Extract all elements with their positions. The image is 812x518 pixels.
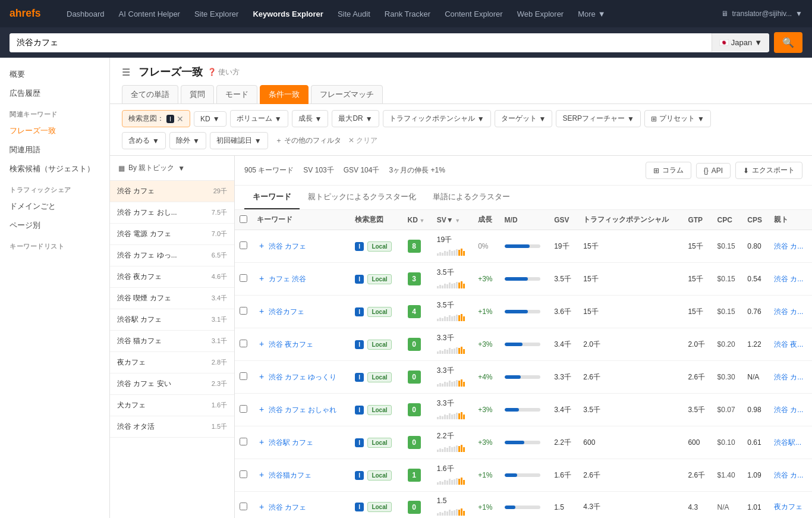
row-checkbox[interactable] bbox=[235, 328, 252, 361]
cluster-item-9[interactable]: 渋谷 カフェ 安い 2.3千 bbox=[110, 373, 234, 395]
cluster-item-3[interactable]: 渋谷 カフェ ゆっ... 6.5千 bbox=[110, 245, 234, 266]
filter-max-dr[interactable]: 最大DR ▼ bbox=[332, 110, 379, 127]
add-keyword-icon[interactable]: + bbox=[257, 404, 266, 414]
keyword-link[interactable]: 渋谷 カフェ bbox=[269, 503, 306, 511]
nav-ai-content[interactable]: AI Content Helper bbox=[113, 7, 186, 21]
row-checkbox[interactable] bbox=[235, 426, 252, 459]
cluster-item-1[interactable]: 渋谷 カフェ おし... 7.5千 bbox=[110, 202, 234, 224]
row-parent[interactable]: 夜カフェ bbox=[769, 492, 812, 519]
cluster-item-2[interactable]: 渋谷 電源 カフェ 7.0千 bbox=[110, 224, 234, 245]
row-parent[interactable]: 渋谷 カ... bbox=[769, 361, 812, 394]
filter-serp[interactable]: SERPフィーチャー ▼ bbox=[556, 110, 641, 127]
filter-kd[interactable]: KD ▼ bbox=[194, 111, 226, 127]
col-sv[interactable]: SV▼ bbox=[432, 210, 473, 230]
filter-traffic[interactable]: トラフィックポテンシャル ▼ bbox=[383, 110, 491, 127]
filter-include[interactable]: 含める ▼ bbox=[122, 132, 166, 149]
keyword-link[interactable]: 渋谷駅 カフェ bbox=[269, 438, 313, 447]
add-keyword-icon[interactable]: + bbox=[257, 339, 266, 349]
cluster-item-11[interactable]: 渋谷 オタ活 1.5千 bbox=[110, 416, 234, 438]
search-button[interactable]: 🔍 bbox=[774, 32, 802, 53]
cluster-item-4[interactable]: 渋谷 夜カフェ 4.6千 bbox=[110, 266, 234, 288]
tab-all-words[interactable]: 全ての単語 bbox=[122, 85, 178, 104]
logo[interactable]: ahrefs bbox=[10, 6, 51, 22]
sidebar-item-related-terms[interactable]: 関連用語 bbox=[0, 140, 109, 159]
row-parent[interactable]: 渋谷 夜... bbox=[769, 328, 812, 361]
nav-dashboard[interactable]: Dashboard bbox=[61, 7, 111, 21]
tab-phrase-match[interactable]: フレーズマッチ bbox=[311, 85, 383, 104]
add-keyword-icon[interactable]: + bbox=[257, 437, 266, 447]
table-tab-keywords[interactable]: キーワード bbox=[244, 186, 300, 209]
add-keyword-icon[interactable]: + bbox=[257, 274, 266, 283]
filter-volume[interactable]: ボリューム ▼ bbox=[230, 110, 288, 127]
api-button[interactable]: {} API bbox=[696, 163, 731, 178]
row-parent[interactable]: 渋谷 カ... bbox=[769, 459, 812, 492]
keyword-link[interactable]: 渋谷カフェ bbox=[269, 307, 304, 316]
sidebar-item-ad-history[interactable]: 広告履歴 bbox=[0, 84, 109, 103]
search-input[interactable] bbox=[10, 33, 712, 52]
table-tab-word-cluster[interactable]: 単語によるクラスター bbox=[424, 186, 518, 209]
cluster-item-10[interactable]: 犬カフェ 1.6千 bbox=[110, 395, 234, 416]
filter-more-button[interactable]: ＋ その他のフィルタ bbox=[272, 133, 345, 149]
row-checkbox[interactable] bbox=[235, 230, 252, 263]
filter-intent[interactable]: 検索意図： I ✕ bbox=[122, 110, 190, 127]
row-checkbox[interactable] bbox=[235, 263, 252, 296]
cluster-item-7[interactable]: 渋谷 猫カフェ 3.1千 bbox=[110, 331, 234, 352]
row-checkbox[interactable] bbox=[235, 296, 252, 328]
filter-first-seen[interactable]: 初回確認日 ▼ bbox=[210, 132, 268, 149]
keyword-link[interactable]: カフェ 渋谷 bbox=[269, 275, 306, 283]
select-all-checkbox[interactable] bbox=[240, 215, 247, 223]
add-keyword-icon[interactable]: + bbox=[257, 306, 266, 316]
filter-growth[interactable]: 成長 ▼ bbox=[292, 110, 329, 127]
cluster-item-5[interactable]: 渋谷 喫煙 カフェ 3.4千 bbox=[110, 288, 234, 309]
nav-site-audit[interactable]: Site Audit bbox=[332, 7, 376, 21]
help-link[interactable]: ❓ 使い方 bbox=[207, 67, 240, 77]
filter-preset[interactable]: ⊞ プリセット ▼ bbox=[644, 110, 711, 127]
add-keyword-icon[interactable]: + bbox=[257, 241, 266, 250]
row-parent[interactable]: 渋谷駅... bbox=[769, 426, 812, 459]
cluster-item-8[interactable]: 夜カフェ 2.8千 bbox=[110, 352, 234, 373]
row-parent[interactable]: 渋谷 カ... bbox=[769, 230, 812, 263]
tab-mode[interactable]: モード bbox=[216, 85, 257, 104]
table-tab-parent-cluster[interactable]: 親トピックによるクラスター化 bbox=[300, 186, 424, 209]
country-selector[interactable]: 🇯🇵 Japan ▼ bbox=[712, 33, 769, 52]
export-button[interactable]: ⬇ エクスポート bbox=[735, 162, 802, 179]
add-keyword-icon[interactable]: + bbox=[257, 502, 266, 511]
keyword-link[interactable]: 渋谷 カフェ おしゃれ bbox=[269, 406, 337, 414]
nav-site-explorer[interactable]: Site Explorer bbox=[188, 7, 244, 21]
row-parent[interactable]: 渋谷 カ... bbox=[769, 296, 812, 328]
row-checkbox[interactable] bbox=[235, 492, 252, 519]
filter-target[interactable]: ターゲット ▼ bbox=[495, 110, 553, 127]
sidebar-item-phrase-match[interactable]: フレーズ一致 bbox=[0, 121, 109, 140]
keyword-link[interactable]: 渋谷猫カフェ bbox=[269, 471, 311, 479]
nav-content-explorer[interactable]: Content Explorer bbox=[439, 7, 509, 21]
filter-exclude[interactable]: 除外 ▼ bbox=[169, 132, 206, 149]
sidebar-item-suggest[interactable]: 検索候補（サジェスト） bbox=[0, 159, 109, 178]
cluster-item-6[interactable]: 渋谷駅 カフェ 3.1千 bbox=[110, 309, 234, 331]
keyword-link[interactable]: 渋谷 夜カフェ bbox=[269, 340, 313, 349]
add-keyword-icon[interactable]: + bbox=[257, 372, 266, 381]
keyword-link[interactable]: 渋谷 カフェ bbox=[269, 242, 306, 250]
keyword-link[interactable]: 渋谷 カフェ ゆっくり bbox=[269, 373, 337, 381]
row-checkbox[interactable] bbox=[235, 394, 252, 426]
cluster-item-0[interactable]: 渋谷 カフェ 29千 bbox=[110, 181, 234, 202]
sidebar-item-page[interactable]: ページ別 bbox=[0, 216, 109, 235]
columns-button[interactable]: ⊞ コラム bbox=[646, 162, 691, 179]
row-parent[interactable]: 渋谷 カ... bbox=[769, 394, 812, 426]
row-parent[interactable]: 渋谷 カ... bbox=[769, 263, 812, 296]
col-checkbox[interactable] bbox=[235, 210, 252, 230]
filter-intent-clear-icon[interactable]: ✕ bbox=[177, 114, 184, 124]
filter-clear-button[interactable]: ✕ クリア bbox=[348, 136, 377, 146]
nav-web-explorer[interactable]: Web Explorer bbox=[511, 7, 570, 21]
stat-growth[interactable]: 3ヶ月の伸長 +1% bbox=[389, 165, 445, 175]
sidebar-item-domain[interactable]: ドメインごと bbox=[0, 197, 109, 216]
tab-conditions[interactable]: 条件一致 bbox=[260, 85, 309, 104]
row-checkbox[interactable] bbox=[235, 459, 252, 492]
tab-questions[interactable]: 質問 bbox=[181, 85, 214, 104]
col-kd[interactable]: KD bbox=[403, 210, 432, 230]
nav-keywords-explorer[interactable]: Keywords Explorer bbox=[247, 7, 329, 21]
nav-rank-tracker[interactable]: Rank Tracker bbox=[379, 7, 436, 21]
add-keyword-icon[interactable]: + bbox=[257, 470, 266, 479]
nav-user[interactable]: 🖥 translator@sijihiv... ▼ bbox=[721, 10, 802, 18]
sidebar-item-overview[interactable]: 概要 bbox=[0, 65, 109, 84]
row-checkbox[interactable] bbox=[235, 361, 252, 394]
